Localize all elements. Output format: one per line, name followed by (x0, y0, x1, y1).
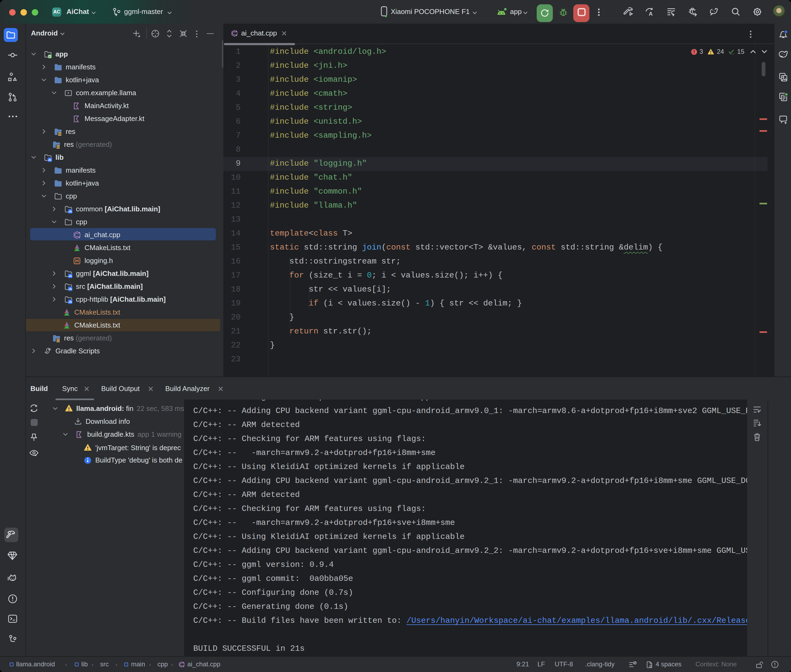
svg-text:A: A (649, 11, 652, 17)
